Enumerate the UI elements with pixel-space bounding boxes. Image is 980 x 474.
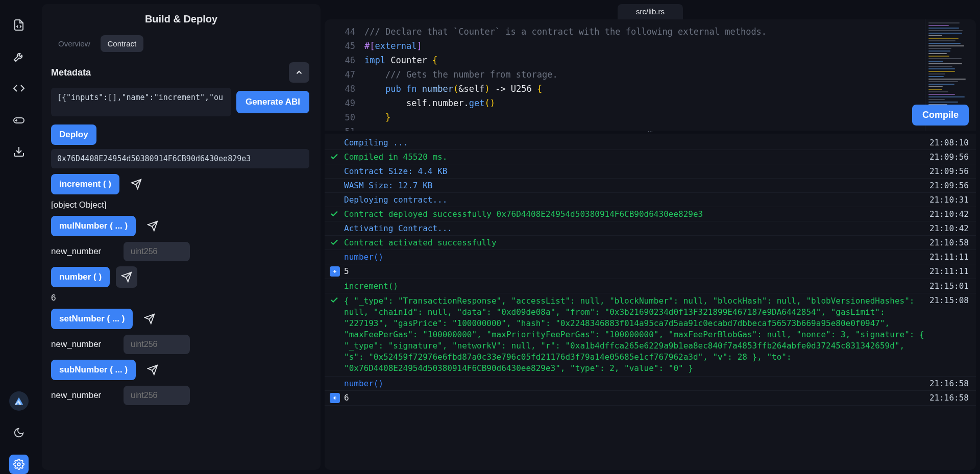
terminal-timestamp: 21:11:11 xyxy=(929,266,969,276)
tab-overview[interactable]: Overview xyxy=(51,35,97,52)
sidebar-title: Build & Deploy xyxy=(51,13,311,25)
send-subnumber-button[interactable] xyxy=(142,359,163,381)
return-icon xyxy=(330,393,340,403)
terminal-message: Activating Contract... xyxy=(344,223,924,233)
terminal-row: Compiling ...21:08:10 xyxy=(325,136,976,150)
terminal-row: 621:16:58 xyxy=(325,391,976,406)
terminal-row: WASM Size: 12.7 KB21:09:56 xyxy=(325,179,976,193)
moon-icon[interactable] xyxy=(9,423,29,442)
terminal-message: number() xyxy=(344,252,924,262)
terminal-row: Contract Size: 4.4 KB21:09:56 xyxy=(325,164,976,179)
terminal-row: 521:11:11 xyxy=(325,264,976,279)
send-icon xyxy=(131,179,142,190)
terminal-row: Compiled in 45520 ms.21:09:56 xyxy=(325,150,976,164)
terminal-timestamp: 21:16:58 xyxy=(929,393,969,403)
editor-tab[interactable]: src/lib.rs xyxy=(618,4,683,19)
increment-result: [object Object] xyxy=(51,200,309,210)
send-setnumber-button[interactable] xyxy=(139,308,160,330)
terminal-message: Compiled in 45520 ms. xyxy=(344,152,924,162)
terminal-timestamp: 21:10:58 xyxy=(929,238,969,247)
terminal-message: { "_type": "TransactionResponse", "acces… xyxy=(344,295,924,374)
check-icon xyxy=(330,238,344,247)
abi-textarea[interactable] xyxy=(51,88,231,116)
terminal-timestamp: 21:09:56 xyxy=(929,166,969,176)
terminal-message: 6 xyxy=(344,393,924,403)
terminal-row: Activating Contract...21:10:42 xyxy=(325,221,976,236)
terminal-timestamp: 21:10:42 xyxy=(929,223,969,233)
terminal-timestamp: 21:16:58 xyxy=(929,379,969,388)
terminal-row: Deploying contract...21:10:31 xyxy=(325,193,976,207)
terminal-message: Compiling ... xyxy=(344,138,924,147)
terminal-message: Contract activated successfully xyxy=(344,238,924,247)
terminal-panel[interactable]: Compiling ...21:08:10Compiled in 45520 m… xyxy=(325,134,976,470)
number-result: 6 xyxy=(51,293,309,303)
sidebar-tabs: Overview Contract xyxy=(51,35,311,52)
terminal-message: increment() xyxy=(344,281,924,291)
terminal-row: { "_type": "TransactionResponse", "acces… xyxy=(325,293,976,377)
drag-handle-icon: ⋯ xyxy=(648,129,653,134)
contract-address: 0x76D4408E24954d50380914F6CB90d6430ee829… xyxy=(51,149,309,168)
metadata-collapse-button[interactable] xyxy=(289,62,309,83)
check-icon xyxy=(330,295,344,305)
terminal-row: number()21:16:58 xyxy=(325,377,976,391)
terminal-timestamp: 21:08:10 xyxy=(929,138,969,147)
deploy-button[interactable]: Deploy xyxy=(51,124,96,145)
send-icon xyxy=(147,220,158,232)
generate-abi-button[interactable]: Generate ABI xyxy=(236,91,309,113)
code-icon[interactable] xyxy=(9,79,29,98)
terminal-message: Contract deployed successfully 0x76D4408… xyxy=(344,209,924,219)
fn-increment-button[interactable]: increment ( ) xyxy=(51,174,119,194)
main-panel: src/lib.rs 4445464748495051 /// Declare … xyxy=(325,4,976,470)
send-number-button[interactable] xyxy=(116,266,137,288)
send-icon xyxy=(147,364,158,376)
param-label: new_number xyxy=(51,246,116,257)
sidebar: Build & Deploy Overview Contract Metadat… xyxy=(42,4,321,470)
metadata-label: Metadata xyxy=(51,67,284,78)
fn-number-button[interactable]: number ( ) xyxy=(51,267,110,287)
editor-code[interactable]: /// Declare that `Counter` is a contract… xyxy=(364,19,925,131)
code-editor[interactable]: 4445464748495051 /// Declare that `Count… xyxy=(325,19,976,131)
fn-mulnumber-button[interactable]: mulNumber ( ... ) xyxy=(51,216,136,236)
terminal-row: Contract activated successfully21:10:58 xyxy=(325,236,976,250)
fn-setnumber-button[interactable]: setNumber ( ... ) xyxy=(51,309,133,329)
terminal-row: increment()21:15:01 xyxy=(325,279,976,293)
setnumber-new_number-input[interactable] xyxy=(124,335,190,354)
file-code-icon[interactable] xyxy=(9,15,29,35)
settings-icon[interactable] xyxy=(9,455,29,474)
check-icon xyxy=(330,152,344,161)
param-label: new_number xyxy=(51,339,116,350)
terminal-timestamp: 21:09:56 xyxy=(929,181,969,190)
terminal-timestamp: 21:09:56 xyxy=(929,152,969,162)
svg-point-1 xyxy=(17,463,20,466)
terminal-message: Deploying contract... xyxy=(344,195,924,205)
subnumber-new_number-input[interactable] xyxy=(124,386,190,405)
send-icon xyxy=(121,271,132,283)
terminal-row: Contract deployed successfully 0x76D4408… xyxy=(325,207,976,221)
send-increment-button[interactable] xyxy=(126,173,147,195)
terminal-message: WASM Size: 12.7 KB xyxy=(344,181,924,190)
check-icon xyxy=(330,209,344,218)
param-label: new_number xyxy=(51,390,116,401)
mulnumber-new_number-input[interactable] xyxy=(124,242,190,261)
terminal-timestamp: 21:10:31 xyxy=(929,195,969,205)
terminal-timestamp: 21:15:01 xyxy=(929,281,969,291)
send-icon xyxy=(144,313,155,325)
compile-button[interactable]: Compile xyxy=(912,105,969,126)
editor-tab-bar: src/lib.rs xyxy=(325,4,976,19)
terminal-timestamp: 21:11:11 xyxy=(929,252,969,262)
download-icon[interactable] xyxy=(9,142,29,161)
tab-contract[interactable]: Contract xyxy=(101,35,144,52)
terminal-row: number()21:11:11 xyxy=(325,250,976,264)
gamepad-icon[interactable] xyxy=(9,110,29,130)
fn-subnumber-button[interactable]: subNumber ( ... ) xyxy=(51,360,136,380)
terminal-message: 5 xyxy=(344,266,924,276)
chevron-up-icon xyxy=(295,68,304,77)
send-mulnumber-button[interactable] xyxy=(142,215,163,237)
terminal-message: Contract Size: 4.4 KB xyxy=(344,166,924,176)
return-icon xyxy=(330,266,340,277)
logo-icon[interactable] xyxy=(9,391,29,411)
wrench-icon[interactable] xyxy=(9,47,29,66)
icon-rail xyxy=(0,0,38,474)
terminal-timestamp: 21:15:08 xyxy=(929,295,969,305)
panel-divider[interactable]: ⋯ xyxy=(325,131,976,134)
